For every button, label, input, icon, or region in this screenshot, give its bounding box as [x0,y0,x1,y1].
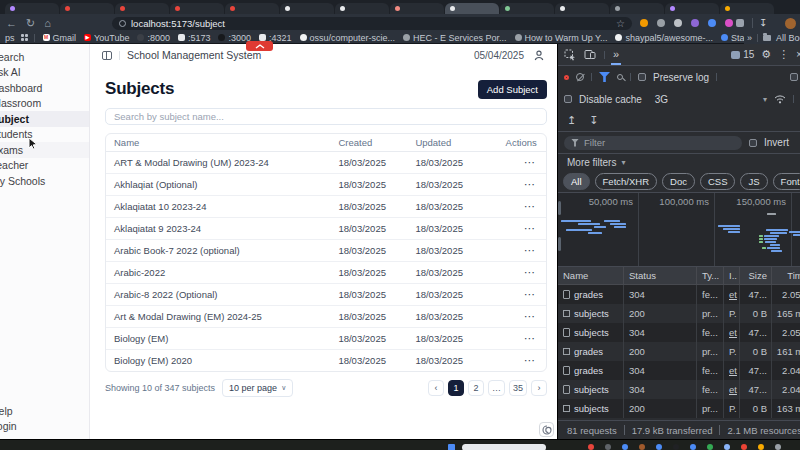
taskbar-app-icon[interactable] [588,444,594,450]
network-conditions-icon[interactable] [774,94,786,104]
all-bookmarks-label[interactable]: All Bookmarks [776,33,800,43]
request-type-chip[interactable]: CSS [700,173,736,190]
row-actions-kebab-icon[interactable]: ⋯ [524,244,536,256]
extension-icon[interactable] [708,19,716,27]
bookmark-item[interactable]: shaypal5/awesome-... [615,33,713,43]
extension-icon[interactable] [657,19,665,27]
import-har-icon[interactable]: ↥ [567,114,576,127]
close-icon[interactable]: × [796,49,800,60]
row-actions-kebab-icon[interactable]: ⋯ [524,266,536,278]
request-type-chip[interactable]: Doc [662,173,695,190]
request-type-chip[interactable]: Font [773,173,800,190]
taskbar-app-icon[interactable] [775,444,781,450]
filter-funnel-icon[interactable] [599,72,610,82]
row-actions-kebab-icon[interactable]: ⋯ [524,354,536,366]
browser-tab[interactable] [335,3,389,14]
page-button[interactable]: 1 [448,380,464,396]
browser-tab[interactable] [500,3,554,14]
browser-tab[interactable] [5,3,59,14]
page-button[interactable]: 35 [509,380,527,396]
taskbar-app-icon[interactable] [639,444,645,450]
page-button[interactable]: 2 [468,380,484,396]
bookmark-item[interactable]: :8000 [137,33,170,43]
table-row[interactable]: Biology (EM) 202018/03/202518/03/2025⋯ [106,349,546,371]
taskbar-start-icon[interactable] [448,444,455,450]
sidebar-item-my-schools[interactable]: My Schools [0,173,89,189]
search-icon[interactable] [617,74,623,80]
network-request-row[interactable]: subjects304fe...et47...2.04 s [558,380,800,399]
home-button[interactable]: ⌂ [44,18,51,29]
browser-tab[interactable] [170,3,224,14]
request-type-chip[interactable]: JS [740,173,767,190]
taskbar-app-icon[interactable] [605,444,611,450]
gear-icon[interactable]: ⚙ [761,48,771,61]
network-request-row[interactable]: grades200pr...P.0 B161 ms [558,342,800,361]
net-col-initiator[interactable]: I.. [724,267,740,284]
chevron-down-icon[interactable]: ▾ [763,95,767,104]
bookmark-item[interactable]: ▶YouTube [84,33,129,43]
downloads-icon[interactable]: ↧ [759,17,767,28]
row-actions-kebab-icon[interactable]: ⋯ [524,200,536,212]
browser-tab[interactable] [610,3,664,14]
browser-tab[interactable] [60,3,114,14]
sidebar-item-exams[interactable]: Exams [0,142,89,158]
preserve-log-checkbox[interactable] [638,73,646,81]
browser-tab[interactable] [445,3,499,14]
request-initiator[interactable]: P. [724,399,740,418]
device-toolbar-icon[interactable] [584,49,596,60]
sidebar-item-search[interactable]: Search [0,49,89,65]
add-subject-button[interactable]: Add Subject [478,80,547,99]
table-row[interactable]: Akhlaqiat (Optional)18/03/202518/03/2025… [106,173,546,195]
sidebar-toggle-icon[interactable] [102,51,112,60]
net-col-status[interactable]: Status [624,267,697,284]
sidebar-item-classroom[interactable]: Classroom [0,96,89,112]
taskbar-app-icon[interactable] [741,444,747,450]
row-actions-kebab-icon[interactable]: ⋯ [524,332,536,344]
table-row[interactable]: Arabic-202218/03/202518/03/2025⋯ [106,261,546,283]
net-col-time[interactable]: Time [772,267,800,284]
per-page-select[interactable]: 10 per page ∨ [222,379,293,397]
bookmark-item[interactable]: :5173 [178,33,211,43]
table-row[interactable]: Aklaqiatat 9 2023-2418/03/202518/03/2025… [106,217,546,239]
clear-icon[interactable] [576,73,584,81]
export-har-icon[interactable]: ↧ [589,114,598,127]
extension-icon[interactable] [691,19,699,27]
row-actions-kebab-icon[interactable]: ⋯ [524,222,536,234]
bookmark-item[interactable]: HEC - E Services Por... [403,33,507,43]
console-messages-badge[interactable]: 15 [731,49,754,60]
net-col-size[interactable]: Size [740,267,772,284]
request-initiator[interactable]: et [724,323,740,342]
apps-grid-icon[interactable] [21,34,28,41]
extensions-puzzle-icon[interactable] [736,19,744,27]
network-request-row[interactable]: subjects200pr...P.0 B165 ms [558,304,800,323]
table-row[interactable]: Arabic Book-7 2022 (optional)18/03/20251… [106,239,546,261]
reload-button[interactable]: ↻ [26,18,35,29]
devtools-extension-toggle[interactable] [539,422,554,437]
row-actions-kebab-icon[interactable]: ⋯ [524,310,536,322]
request-initiator[interactable]: et [724,380,740,399]
invert-checkbox[interactable] [749,139,757,147]
bookmark-item[interactable]: How to Warm Up Y... [515,33,608,43]
browser-tab[interactable] [720,3,774,14]
taskbar-app-icon[interactable] [758,444,764,450]
request-initiator[interactable]: P. [724,342,740,361]
back-button[interactable]: ← [6,18,17,29]
user-icon[interactable] [534,50,545,61]
subject-search-input[interactable] [105,108,547,125]
request-initiator[interactable]: P. [724,304,740,323]
network-request-row[interactable]: grades304fe...et47...2.04 s [558,361,800,380]
network-request-row[interactable]: subjects304fe...et47...2.05 s [558,323,800,342]
table-row[interactable]: Art & Modal Drawing (EM) 2024-2518/03/20… [106,305,546,327]
taskbar-app-icon[interactable] [707,444,713,450]
clipped-checkbox[interactable] [790,73,798,81]
page-button[interactable]: › [531,380,547,396]
filter-text-input[interactable] [584,137,735,148]
request-type-chip[interactable]: Fetch/XHR [595,173,657,190]
bookmark-item[interactable]: ossu/computer-scie... [300,33,396,43]
taskbar-app-icon[interactable] [656,444,662,450]
sidebar-footer-item[interactable]: Help [0,403,89,419]
taskbar-app-icon[interactable] [690,444,696,450]
network-request-row[interactable]: subjects200pr...P.0 B163 ms [558,399,800,418]
more-filters-row[interactable]: More filters ▾ [558,154,800,171]
net-col-name[interactable]: Name [558,267,624,284]
